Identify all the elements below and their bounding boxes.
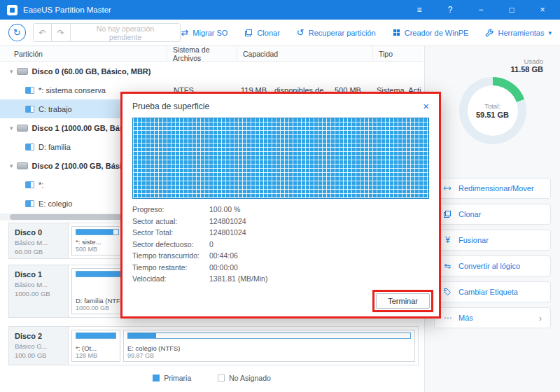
operations-group: ↶ ↷ No hay operación pendiente bbox=[33, 23, 181, 42]
legend-unallocated: No Asignado bbox=[218, 374, 271, 382]
stat-label: Sector defectuoso: bbox=[132, 240, 209, 248]
wrench-icon bbox=[485, 29, 493, 37]
recover-label: Recuperar partición bbox=[309, 29, 376, 37]
maximize-icon[interactable]: □ bbox=[507, 5, 517, 15]
disk-name: Disco 1 bbox=[15, 270, 62, 280]
column-capacity[interactable]: Capacidad bbox=[237, 46, 372, 61]
merge-icon: ¥ bbox=[443, 236, 452, 244]
disk-info[interactable]: Disco 0 Básico M... 60.00 GB bbox=[9, 223, 69, 258]
block-size: 99.87 GB bbox=[127, 352, 411, 359]
convert-logical-button[interactable]: ⇋ Convertir al lógico bbox=[434, 255, 551, 276]
recover-icon: ↺ bbox=[297, 28, 304, 37]
used-value: 11.58 GB bbox=[511, 65, 543, 74]
refresh-button[interactable]: ↻ bbox=[8, 24, 26, 41]
merge-button[interactable]: ¥ Fusionar bbox=[434, 230, 551, 251]
usage-bar bbox=[76, 229, 119, 235]
block-label: *: (Ot... bbox=[76, 344, 116, 352]
surface-test-dialog: Prueba de superficie × Progreso:100.00 %… bbox=[120, 92, 441, 318]
clone-icon bbox=[443, 210, 452, 218]
donut-center: Total: 59.51 GB bbox=[468, 85, 518, 136]
app-title: EaseUS Partition Master bbox=[23, 6, 111, 14]
column-filesystem[interactable]: Sistema de Archivos bbox=[167, 46, 237, 61]
toolbar-actions: ⇄ Migrar SO Clonar ↺ Recuperar partición… bbox=[181, 28, 552, 37]
clone-button[interactable]: Clonar bbox=[244, 29, 279, 37]
more-icon: ⋯ bbox=[443, 314, 452, 322]
toolbar: ↻ ↶ ↷ No hay operación pendiente ⇄ Migra… bbox=[0, 20, 560, 46]
partition-icon bbox=[25, 144, 34, 150]
tools-button[interactable]: Herramientas ▾ bbox=[485, 29, 552, 37]
partition-label: D: familia bbox=[38, 143, 71, 151]
sidebar-actions: Redimensionar/Mover Clonar ¥ Fusionar ⇋ … bbox=[434, 178, 551, 328]
partition-icon bbox=[25, 87, 34, 94]
winpe-label: Creador de WinPE bbox=[405, 29, 469, 37]
action-label: Convertir al lógico bbox=[458, 262, 520, 270]
tree-row-disk0[interactable]: ▾ Disco 0 (60.00 GB, Básico, MBR) bbox=[0, 62, 424, 80]
winpe-creator-button[interactable]: Creador de WinPE bbox=[393, 29, 469, 37]
partition-label: E: colegio bbox=[38, 200, 72, 208]
clone-label: Clonar bbox=[257, 29, 279, 37]
clone-icon bbox=[244, 29, 253, 37]
disk-icon bbox=[17, 125, 28, 132]
partition-block[interactable]: *: siste... 500 MB bbox=[71, 226, 123, 255]
usage-bar bbox=[127, 332, 411, 339]
disk-icon bbox=[17, 68, 28, 75]
dialog-close-icon[interactable]: × bbox=[423, 101, 429, 111]
close-icon[interactable]: × bbox=[538, 5, 547, 15]
winpe-icon bbox=[393, 29, 400, 36]
disk-size: 1000.00 GB bbox=[15, 290, 62, 299]
migrate-os-label: Migrar SO bbox=[192, 29, 227, 37]
usage-donut-chart: Total: 59.51 GB bbox=[459, 77, 526, 144]
stat-value: 124801024 bbox=[209, 228, 246, 237]
partition-table-header: Partición Sistema de Archivos Capacidad … bbox=[0, 46, 424, 62]
partition-label: *: sistema conserva bbox=[38, 86, 106, 94]
resize-move-button[interactable]: Redimensionar/Mover bbox=[434, 178, 551, 199]
stat-label: Sector Total: bbox=[132, 228, 209, 237]
recover-partition-button[interactable]: ↺ Recuperar partición bbox=[297, 28, 376, 37]
total-label: Total: bbox=[484, 102, 500, 110]
chevron-down-icon: ▾ bbox=[10, 162, 13, 169]
pending-operations-button[interactable]: No hay operación pendiente bbox=[71, 24, 181, 41]
stat-label: Sector actual: bbox=[132, 217, 209, 225]
minimize-icon[interactable]: − bbox=[476, 5, 486, 15]
help-icon[interactable]: ? bbox=[445, 5, 455, 15]
partition-label: *: bbox=[38, 181, 43, 189]
stat-value: 124801024 bbox=[209, 217, 246, 225]
dialog-title: Prueba de superficie bbox=[132, 102, 209, 111]
partition-block[interactable]: E: colegio (NTFS) 99.87 GB bbox=[123, 330, 415, 362]
block-size: 128 MB bbox=[76, 352, 116, 359]
block-label: E: colegio (NTFS) bbox=[127, 344, 411, 352]
disk-panel-2: Disco 2 Básico G... 100.00 GB *: (Ot... … bbox=[8, 326, 419, 365]
right-sidebar: Usado 11.58 GB Total: 59.51 GB Redimensi… bbox=[424, 46, 560, 392]
change-label-button[interactable]: Cambiar Etiqueta bbox=[434, 281, 551, 302]
disk-label: Disco 0 (60.00 GB, Básico, MBR) bbox=[32, 67, 151, 76]
legend-primary-label: Primaria bbox=[164, 374, 191, 382]
menu-icon[interactable]: ≡ bbox=[414, 5, 424, 15]
block-label: *: siste... bbox=[76, 238, 119, 246]
chevron-down-icon: ▾ bbox=[548, 29, 552, 36]
undo-button[interactable]: ↶ bbox=[34, 24, 52, 41]
redo-button[interactable]: ↷ bbox=[52, 24, 70, 41]
disk-info[interactable]: Disco 2 Básico G... 100.00 GB bbox=[9, 327, 69, 365]
disk-icon bbox=[17, 162, 28, 169]
column-partition[interactable]: Partición bbox=[0, 46, 167, 61]
action-label: Clonar bbox=[458, 210, 481, 218]
clone-partition-button[interactable]: Clonar bbox=[434, 204, 551, 225]
used-space-readout: Usado 11.58 GB bbox=[511, 57, 543, 74]
partition-icon bbox=[25, 181, 34, 188]
column-type[interactable]: Tipo bbox=[372, 46, 424, 61]
disk-info[interactable]: Disco 1 Básico M... 1000.00 GB bbox=[9, 265, 69, 317]
dialog-header: Prueba de superficie × bbox=[132, 101, 429, 111]
partition-icon bbox=[25, 200, 34, 207]
stat-value: 00:44:06 bbox=[209, 251, 238, 260]
partition-block[interactable]: *: (Ot... 128 MB bbox=[71, 330, 120, 362]
surface-test-stats: Progreso:100.00 % Sector actual:12480102… bbox=[132, 205, 429, 283]
action-label: Redimensionar/Mover bbox=[458, 184, 534, 192]
usage-bar bbox=[76, 332, 116, 339]
finish-button[interactable]: Terminar bbox=[376, 293, 430, 309]
chevron-right-icon: › bbox=[539, 313, 542, 323]
app-logo-icon bbox=[7, 5, 18, 15]
more-button[interactable]: ⋯ Más › bbox=[434, 307, 551, 328]
migrate-os-button[interactable]: ⇄ Migrar SO bbox=[181, 28, 227, 37]
stat-value: 0 bbox=[209, 240, 214, 248]
block-size: 500 MB bbox=[76, 246, 119, 253]
